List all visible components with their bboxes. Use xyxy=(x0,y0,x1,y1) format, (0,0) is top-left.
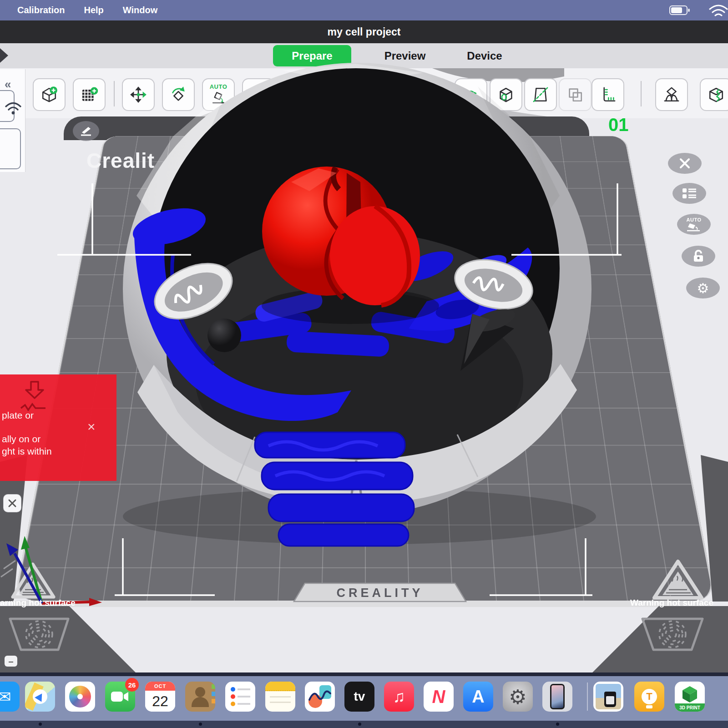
battery-icon xyxy=(669,5,696,16)
build-plate[interactable] xyxy=(14,136,716,601)
dock-contacts-icon[interactable] xyxy=(185,682,215,712)
auto-orient-label: AUTO xyxy=(210,84,228,89)
auto-orient-side-button[interactable]: AUTO xyxy=(677,214,711,235)
edit-plate-name-button[interactable] xyxy=(73,121,99,141)
tab-prepare[interactable]: Prepare xyxy=(273,45,351,66)
dock-iphone-mirroring-icon[interactable] xyxy=(542,682,572,712)
running-indicator xyxy=(556,723,559,726)
clone-icon xyxy=(341,85,361,105)
dock-3d-print-icon[interactable]: 3D PRINT xyxy=(675,682,705,712)
dismiss-warning-button[interactable]: × xyxy=(87,420,96,434)
dock-music-icon[interactable]: ♫ xyxy=(384,682,414,712)
news-logo: N xyxy=(432,687,445,707)
warning-text-line: ght is within xyxy=(2,446,52,457)
add-model-button[interactable] xyxy=(33,78,66,111)
dock-appstore-icon[interactable]: A xyxy=(463,682,493,712)
menu-help[interactable]: Help xyxy=(84,5,103,15)
dock-maps-icon[interactable] xyxy=(25,682,55,712)
list-icon xyxy=(682,187,697,199)
dock-calendar-icon[interactable]: OCT 22 xyxy=(145,682,175,712)
support-paint-button[interactable] xyxy=(455,78,487,111)
merge-button[interactable] xyxy=(559,78,592,111)
deselect-button[interactable] xyxy=(668,153,702,174)
rotate-tool-button[interactable] xyxy=(162,78,195,111)
seam-paint-button[interactable] xyxy=(524,78,557,111)
dock-file-preview-icon[interactable] xyxy=(593,682,623,712)
close-icon xyxy=(8,499,17,508)
split-icon xyxy=(706,85,726,105)
add-plate-icon xyxy=(79,85,99,105)
close-overlay-button[interactable] xyxy=(4,495,21,512)
video-camera-icon xyxy=(111,691,129,703)
wifi-status-icon xyxy=(5,101,23,116)
menu-window[interactable]: Window xyxy=(123,5,157,15)
merge-icon xyxy=(565,85,585,105)
collapse-plate-button[interactable]: – xyxy=(5,656,17,667)
add-plate-button[interactable] xyxy=(73,78,106,111)
warning-text-line: plate or xyxy=(2,410,34,421)
rotate-icon xyxy=(168,85,188,105)
tab-device[interactable]: Device xyxy=(455,45,514,66)
green-cube-icon xyxy=(681,685,699,703)
collapse-panel-button[interactable]: « xyxy=(5,77,11,91)
title-bar: my cell project xyxy=(0,20,728,43)
wifi-icon xyxy=(709,4,728,17)
pencil-icon xyxy=(78,125,94,137)
gear-icon: ⚙ xyxy=(697,280,709,296)
calendar-day: 22 xyxy=(145,691,175,712)
menu-calibration[interactable]: Calibration xyxy=(17,5,65,15)
dock-settings-icon[interactable]: ⚙ xyxy=(503,682,533,712)
auto-orient-button[interactable]: AUTO xyxy=(202,78,235,111)
object-list-button[interactable] xyxy=(672,183,706,204)
lock-icon xyxy=(692,249,705,263)
facetime-badge: 26 xyxy=(125,678,139,692)
move-icon xyxy=(128,85,148,105)
plate-brand-marking: Crealit xyxy=(86,148,155,173)
menu-bar: Calibration Help Window xyxy=(0,0,728,20)
hot-surface-warning-right: Warning hot surface xyxy=(630,598,713,608)
dock-top-edge xyxy=(0,672,728,676)
window-title: my cell project xyxy=(327,26,400,38)
lock-button[interactable] xyxy=(682,246,715,267)
gears-icon: ⚙⚙ xyxy=(382,88,400,101)
measure-button[interactable] xyxy=(592,78,624,111)
plate-settings-button[interactable]: ⚙ xyxy=(686,278,720,298)
arrange-button[interactable] xyxy=(242,78,275,111)
split-button[interactable] xyxy=(700,78,728,111)
dock-divider xyxy=(587,682,588,711)
running-indicator xyxy=(358,723,361,726)
envelope-icon: ✉ xyxy=(0,688,11,706)
calendar-month: OCT xyxy=(145,682,175,691)
printer-card[interactable] xyxy=(0,128,21,169)
dock-facetime-icon[interactable]: 26 xyxy=(105,682,135,712)
close-icon xyxy=(679,157,691,169)
dock-tv-icon[interactable]: tv xyxy=(344,682,374,712)
dock-notes-icon[interactable] xyxy=(265,682,295,712)
bulb-letter: T xyxy=(646,691,652,703)
squiggle-icon xyxy=(308,688,332,703)
dock-mail-icon[interactable]: ✉ xyxy=(0,682,20,712)
lay-flat-button[interactable] xyxy=(282,78,315,111)
clone-button[interactable] xyxy=(335,78,368,111)
toolbar-divider xyxy=(641,81,642,106)
dock-reminders-icon[interactable] xyxy=(225,682,255,712)
support-paint-icon xyxy=(461,85,481,105)
tab-preview[interactable]: Preview xyxy=(371,45,439,66)
move-tool-button[interactable] xyxy=(122,78,155,111)
primitive-cube-icon xyxy=(496,85,516,105)
supports-button[interactable] xyxy=(655,78,688,111)
dock-news-icon[interactable]: N xyxy=(424,682,454,712)
scale-icon xyxy=(421,85,441,105)
dock-freeform-icon[interactable] xyxy=(305,682,335,712)
dock-lightbulb-app-icon[interactable]: T xyxy=(634,682,664,712)
dock-photos-icon[interactable] xyxy=(65,682,95,712)
main-toolbar: AUTO ⚙⚙ xyxy=(0,68,728,118)
music-note-icon: ♫ xyxy=(393,687,405,706)
settings-pair-button[interactable]: ⚙⚙ xyxy=(375,78,408,111)
measure-icon xyxy=(598,85,618,105)
tv-label: tv xyxy=(354,689,365,704)
scale-tool-button[interactable] xyxy=(415,78,448,111)
warning-text-line: ally on or xyxy=(2,434,40,445)
panel-expand-arrow[interactable] xyxy=(0,48,8,63)
primitive-button[interactable] xyxy=(490,78,522,111)
